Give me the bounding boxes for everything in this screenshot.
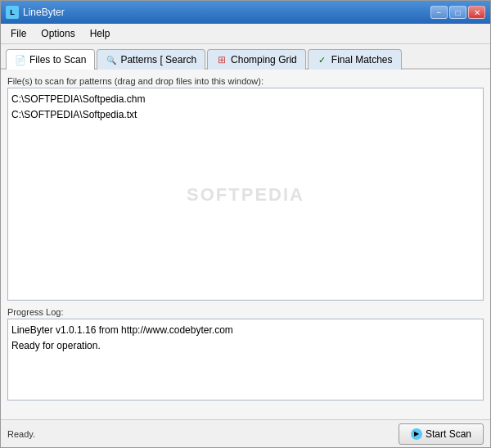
start-scan-icon: ▶	[411, 428, 422, 440]
tab-patterns-to-search[interactable]: Patterns [ Search	[97, 49, 205, 70]
close-button[interactable]: ✕	[468, 6, 485, 19]
tab-final-matches-label: Final Matches	[331, 54, 393, 66]
tab-chomping-grid-label: Chomping Grid	[231, 54, 297, 66]
content-area: SOFTPEDIA File(s) to scan for patterns (…	[1, 70, 490, 419]
tab-final-matches[interactable]: Final Matches	[308, 49, 402, 70]
chomping-grid-icon	[216, 54, 227, 66]
files-section: File(s) to scan for patterns (drag and d…	[7, 76, 484, 301]
title-bar: L LineByter − □ ✕	[1, 1, 490, 24]
start-scan-label: Start Scan	[426, 428, 471, 440]
progress-label: Progress Log:	[7, 307, 484, 317]
progress-log[interactable]: LineByter v1.0.1.16 from http://www.code…	[7, 319, 484, 400]
progress-entry-0: LineByter v1.0.1.16 from http://www.code…	[11, 323, 480, 338]
tab-patterns-to-search-label: Patterns [ Search	[120, 54, 196, 66]
tab-chomping-grid[interactable]: Chomping Grid	[207, 49, 306, 70]
progress-entry-1: Ready for operation.	[11, 338, 480, 354]
maximize-button[interactable]: □	[449, 6, 466, 19]
tab-files-to-scan-label: Files to Scan	[29, 54, 86, 66]
patterns-search-icon	[106, 54, 117, 66]
title-bar-controls: − □ ✕	[430, 6, 485, 19]
tabs-bar: Files to Scan Patterns [ Search Chomping…	[1, 44, 490, 70]
file-list[interactable]: C:\SOFTPEDIA\Softpedia.chm C:\SOFTPEDIA\…	[7, 88, 484, 301]
menu-options[interactable]: Options	[34, 25, 81, 42]
file-entry-0: C:\SOFTPEDIA\Softpedia.chm	[11, 92, 480, 107]
menu-bar: File Options Help	[1, 24, 490, 44]
start-scan-button[interactable]: ▶ Start Scan	[399, 423, 484, 445]
final-matches-icon	[317, 54, 328, 66]
status-bar: Ready. ▶ Start Scan	[1, 419, 490, 447]
file-entry-1: C:\SOFTPEDIA\Softpedia.txt	[11, 107, 480, 123]
menu-file[interactable]: File	[4, 25, 33, 42]
menu-help[interactable]: Help	[83, 25, 117, 42]
files-to-scan-icon	[15, 54, 26, 66]
status-text: Ready.	[7, 429, 35, 439]
minimize-button[interactable]: −	[430, 6, 448, 19]
app-icon: L	[6, 6, 19, 19]
main-window: L LineByter − □ ✕ File Options Help File…	[0, 0, 491, 448]
title-bar-left: L LineByter	[6, 6, 65, 19]
window-title: LineByter	[23, 7, 65, 18]
progress-section: Progress Log: LineByter v1.0.1.16 from h…	[7, 307, 484, 400]
tab-files-to-scan[interactable]: Files to Scan	[6, 49, 95, 70]
files-section-label: File(s) to scan for patterns (drag and d…	[7, 76, 484, 86]
